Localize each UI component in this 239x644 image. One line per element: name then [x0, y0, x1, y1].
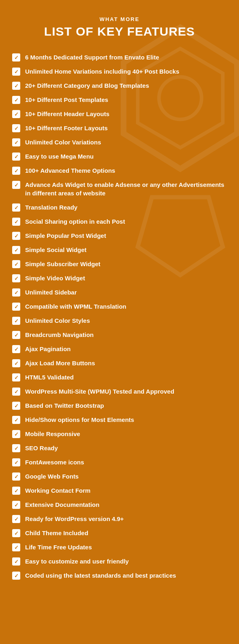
check-icon — [12, 444, 20, 452]
list-item: 20+ Different Category and Blog Template… — [12, 78, 227, 93]
check-icon — [12, 317, 20, 325]
list-item: FontAwesome icons — [12, 455, 227, 469]
feature-text: Translation Ready — [25, 203, 227, 212]
list-item: Extensive Documentation — [12, 498, 227, 512]
check-icon — [12, 138, 20, 146]
list-item: Working Contact Form — [12, 483, 227, 498]
feature-text: Based on Twitter Bootstrap — [25, 401, 227, 410]
list-item: Advance Ads Widget to enable Adsense or … — [12, 178, 227, 200]
feature-text: Breadcrumb Navigation — [25, 330, 227, 339]
list-item: Social Sharing option in each Post — [12, 214, 227, 229]
check-icon — [12, 373, 20, 381]
list-item: 6 Months Dedicated Support from Envato E… — [12, 50, 227, 64]
list-item: Google Web Fonts — [12, 469, 227, 483]
list-item: Unlimited Home Variations including 40+ … — [12, 64, 227, 78]
feature-text: 10+ Different Footer Layouts — [25, 124, 227, 132]
list-item: Breadcrumb Navigation — [12, 328, 227, 342]
feature-text: Simple Video Widget — [25, 274, 227, 282]
page-header: WHAT MORE LIST OF KEY FEATURES — [12, 16, 227, 38]
check-icon — [12, 203, 20, 212]
check-icon — [12, 402, 20, 410]
feature-text: Ajax Pagination — [25, 345, 227, 353]
feature-text: 20+ Different Category and Blog Template… — [25, 81, 227, 90]
check-icon — [12, 232, 20, 240]
list-item: 100+ Advanced Theme Options — [12, 163, 227, 178]
check-icon — [12, 359, 20, 367]
check-icon — [12, 110, 20, 118]
check-icon — [12, 167, 20, 175]
list-item: 10+ Different Post Templates — [12, 93, 227, 107]
list-item: Coded using the latest standards and bes… — [12, 568, 227, 583]
feature-text: Easy to customize and user friendly — [25, 557, 227, 566]
feature-text: Ready for WordPress version 4.9+ — [25, 515, 227, 523]
check-icon — [12, 472, 20, 481]
list-item: Child Theme Included — [12, 526, 227, 540]
check-icon — [12, 303, 20, 311]
check-icon — [12, 515, 20, 523]
feature-text: Mobile Responsive — [25, 430, 227, 438]
list-item: Translation Ready — [12, 200, 227, 214]
check-icon — [12, 416, 20, 424]
feature-text: 6 Months Dedicated Support from Envato E… — [25, 53, 227, 61]
check-icon — [12, 572, 20, 580]
header-title: LIST OF KEY FEATURES — [12, 25, 227, 38]
check-icon — [12, 68, 20, 76]
check-icon — [12, 543, 20, 551]
list-item: 10+ Different Footer Layouts — [12, 121, 227, 135]
feature-text: WordPress Multi-Site (WPMU) Tested and A… — [25, 387, 227, 396]
feature-text: Easy to use Mega Menu — [25, 152, 227, 161]
feature-text: Hide/Show options for Most Elements — [25, 415, 227, 424]
check-icon — [12, 246, 20, 254]
check-icon — [12, 96, 20, 104]
feature-text: 100+ Advanced Theme Options — [25, 166, 227, 175]
list-item: Mobile Responsive — [12, 427, 227, 441]
check-icon — [12, 345, 20, 353]
check-icon — [12, 218, 20, 226]
list-item: Based on Twitter Bootstrap — [12, 398, 227, 413]
list-item: Ready for WordPress version 4.9+ — [12, 512, 227, 526]
list-item: Unlimited Sidebar — [12, 285, 227, 299]
feature-text: SEO Ready — [25, 444, 227, 452]
list-item: SEO Ready — [12, 441, 227, 455]
check-icon — [12, 260, 20, 268]
list-item: Simple Subscriber Widget — [12, 257, 227, 271]
check-icon — [12, 430, 20, 438]
feature-text: 10+ Different Post Templates — [25, 95, 227, 104]
list-item: Simple Social Widget — [12, 243, 227, 257]
list-item: Easy to customize and user friendly — [12, 554, 227, 568]
list-item: WordPress Multi-Site (WPMU) Tested and A… — [12, 384, 227, 398]
check-icon — [12, 557, 20, 566]
check-icon — [12, 274, 20, 282]
feature-text: Ajax Load More Buttons — [25, 359, 227, 367]
feature-text: Extensive Documentation — [25, 500, 227, 509]
list-item: 10+ Different Header Layouts — [12, 107, 227, 121]
feature-text: Life Time Free Updates — [25, 543, 227, 551]
feature-text: Simple Social Widget — [25, 246, 227, 254]
feature-text: Unlimited Sidebar — [25, 288, 227, 297]
list-item: Unlimited Color Styles — [12, 314, 227, 328]
list-item: Compatible with WPML Translation — [12, 299, 227, 314]
feature-text: Advance Ads Widget to enable Adsense or … — [25, 180, 227, 197]
list-item: Ajax Load More Buttons — [12, 356, 227, 370]
check-icon — [12, 53, 20, 61]
list-item: Ajax Pagination — [12, 342, 227, 356]
check-icon — [12, 388, 20, 396]
check-icon — [12, 181, 20, 189]
check-icon — [12, 331, 20, 339]
feature-text: Compatible with WPML Translation — [25, 302, 227, 311]
check-icon — [12, 153, 20, 161]
list-item: Easy to use Mega Menu — [12, 149, 227, 163]
check-icon — [12, 487, 20, 495]
check-icon — [12, 124, 20, 132]
check-icon — [12, 82, 20, 90]
list-item: Life Time Free Updates — [12, 540, 227, 554]
feature-text: Coded using the latest standards and bes… — [25, 571, 227, 580]
feature-text: HTML5 Validated — [25, 373, 227, 381]
feature-text: Child Theme Included — [25, 529, 227, 537]
check-icon — [12, 458, 20, 466]
feature-text: Unlimited Color Variations — [25, 138, 227, 146]
feature-text: Working Contact Form — [25, 486, 227, 495]
list-item: Unlimited Color Variations — [12, 135, 227, 149]
feature-text: 10+ Different Header Layouts — [25, 110, 227, 118]
list-item: Simple Popular Post Widget — [12, 229, 227, 243]
